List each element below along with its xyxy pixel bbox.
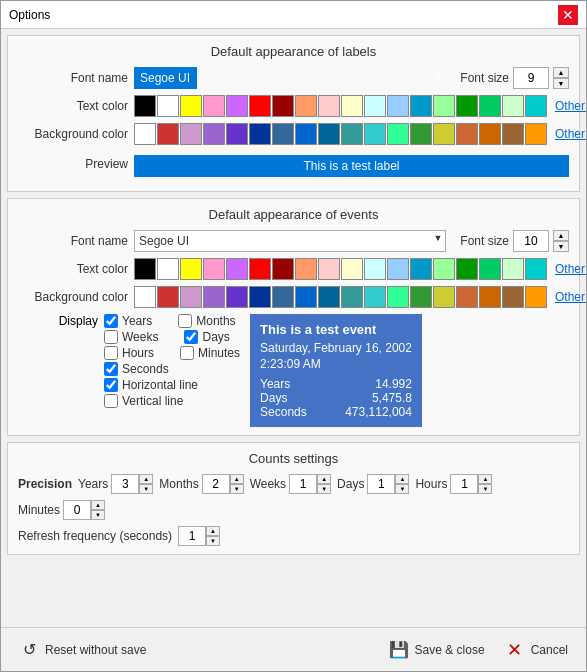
labels-text-other-color[interactable]: Other color...	[555, 99, 586, 113]
counts-minutes-up[interactable]: ▲	[91, 500, 105, 510]
counts-days-down[interactable]: ▼	[395, 484, 409, 494]
color-swatch[interactable]	[341, 286, 363, 308]
color-swatch[interactable]	[410, 286, 432, 308]
events-minutes-checkbox[interactable]	[180, 346, 194, 360]
color-swatch[interactable]	[157, 95, 179, 117]
color-swatch[interactable]	[433, 258, 455, 280]
counts-hours-down[interactable]: ▼	[478, 484, 492, 494]
color-swatch[interactable]	[295, 123, 317, 145]
counts-days-input[interactable]	[367, 474, 395, 494]
color-swatch[interactable]	[525, 123, 547, 145]
counts-months-input[interactable]	[202, 474, 230, 494]
labels-font-size-input[interactable]: 9	[513, 67, 549, 89]
color-swatch[interactable]	[203, 95, 225, 117]
color-swatch[interactable]	[226, 123, 248, 145]
color-swatch[interactable]	[318, 123, 340, 145]
color-swatch[interactable]	[387, 258, 409, 280]
events-font-size-input[interactable]	[513, 230, 549, 252]
counts-weeks-down[interactable]: ▼	[317, 484, 331, 494]
color-swatch[interactable]	[456, 123, 478, 145]
counts-refresh-input[interactable]	[178, 526, 206, 546]
events-hours-checkbox[interactable]	[104, 346, 118, 360]
color-swatch[interactable]	[249, 123, 271, 145]
color-swatch[interactable]	[249, 258, 271, 280]
events-text-other-color[interactable]: Other color...	[555, 262, 586, 276]
color-swatch[interactable]	[180, 95, 202, 117]
color-swatch[interactable]	[479, 123, 501, 145]
counts-years-input[interactable]	[111, 474, 139, 494]
color-swatch[interactable]	[456, 258, 478, 280]
color-swatch[interactable]	[157, 286, 179, 308]
events-months-checkbox[interactable]	[178, 314, 192, 328]
color-swatch[interactable]	[433, 286, 455, 308]
color-swatch[interactable]	[295, 95, 317, 117]
counts-minutes-input[interactable]	[63, 500, 91, 520]
color-swatch[interactable]	[203, 258, 225, 280]
color-swatch[interactable]	[226, 286, 248, 308]
color-swatch[interactable]	[341, 123, 363, 145]
color-swatch[interactable]	[433, 123, 455, 145]
color-swatch[interactable]	[203, 123, 225, 145]
color-swatch[interactable]	[525, 258, 547, 280]
color-swatch[interactable]	[157, 258, 179, 280]
color-swatch[interactable]	[341, 95, 363, 117]
events-vline-checkbox[interactable]	[104, 394, 118, 408]
color-swatch[interactable]	[134, 123, 156, 145]
color-swatch[interactable]	[502, 286, 524, 308]
color-swatch[interactable]	[502, 123, 524, 145]
color-swatch[interactable]	[502, 95, 524, 117]
color-swatch[interactable]	[410, 95, 432, 117]
color-swatch[interactable]	[295, 258, 317, 280]
events-font-size-down[interactable]: ▼	[553, 241, 569, 252]
color-swatch[interactable]	[134, 286, 156, 308]
counts-months-up[interactable]: ▲	[230, 474, 244, 484]
color-swatch[interactable]	[134, 258, 156, 280]
color-swatch[interactable]	[249, 95, 271, 117]
color-swatch[interactable]	[502, 258, 524, 280]
counts-years-up[interactable]: ▲	[139, 474, 153, 484]
events-seconds-checkbox[interactable]	[104, 362, 118, 376]
color-swatch[interactable]	[249, 286, 271, 308]
color-swatch[interactable]	[318, 286, 340, 308]
color-swatch[interactable]	[272, 123, 294, 145]
counts-hours-input[interactable]	[450, 474, 478, 494]
counts-refresh-down[interactable]: ▼	[206, 536, 220, 546]
color-swatch[interactable]	[456, 286, 478, 308]
color-swatch[interactable]	[456, 95, 478, 117]
color-swatch[interactable]	[479, 286, 501, 308]
color-swatch[interactable]	[272, 95, 294, 117]
counts-months-down[interactable]: ▼	[230, 484, 244, 494]
color-swatch[interactable]	[525, 286, 547, 308]
color-swatch[interactable]	[525, 95, 547, 117]
reset-button[interactable]: ↺ Reset without save	[11, 636, 154, 664]
color-swatch[interactable]	[134, 95, 156, 117]
counts-weeks-up[interactable]: ▲	[317, 474, 331, 484]
events-days-checkbox[interactable]	[184, 330, 198, 344]
color-swatch[interactable]	[364, 258, 386, 280]
counts-hours-up[interactable]: ▲	[478, 474, 492, 484]
color-swatch[interactable]	[387, 286, 409, 308]
color-swatch[interactable]	[157, 123, 179, 145]
color-swatch[interactable]	[364, 286, 386, 308]
color-swatch[interactable]	[479, 95, 501, 117]
color-swatch[interactable]	[180, 123, 202, 145]
color-swatch[interactable]	[341, 258, 363, 280]
color-swatch[interactable]	[318, 95, 340, 117]
cancel-button[interactable]: ✕ Cancel	[497, 636, 576, 664]
color-swatch[interactable]	[318, 258, 340, 280]
counts-refresh-up[interactable]: ▲	[206, 526, 220, 536]
save-close-button[interactable]: 💾 Save & close	[381, 636, 493, 664]
color-swatch[interactable]	[433, 95, 455, 117]
color-swatch[interactable]	[180, 258, 202, 280]
color-swatch[interactable]	[387, 95, 409, 117]
color-swatch[interactable]	[364, 123, 386, 145]
color-swatch[interactable]	[479, 258, 501, 280]
labels-font-select[interactable]: Segoe UI	[134, 67, 197, 89]
color-swatch[interactable]	[410, 123, 432, 145]
events-weeks-checkbox[interactable]	[104, 330, 118, 344]
color-swatch[interactable]	[272, 258, 294, 280]
counts-days-up[interactable]: ▲	[395, 474, 409, 484]
close-button[interactable]: ✕	[558, 5, 578, 25]
color-swatch[interactable]	[295, 286, 317, 308]
color-swatch[interactable]	[226, 258, 248, 280]
